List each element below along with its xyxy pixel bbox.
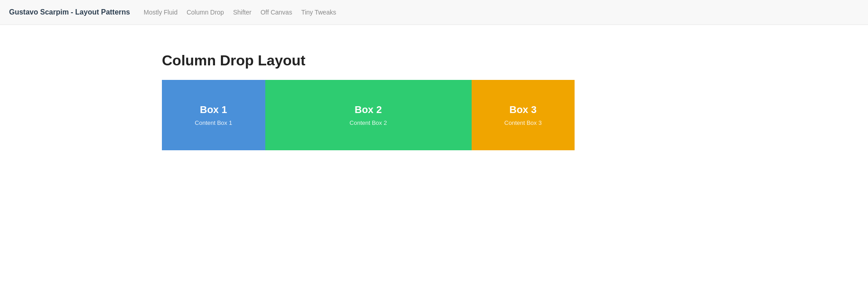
navbar-nav: Mostly Fluid Column Drop Shifter Off Can…	[144, 8, 336, 16]
box-1-title: Box 1	[200, 104, 227, 116]
box-1-content: Content Box 1	[195, 119, 232, 126]
nav-link-column-drop[interactable]: Column Drop	[186, 9, 224, 16]
nav-link-shifter[interactable]: Shifter	[233, 9, 251, 16]
box-2-title: Box 2	[355, 104, 382, 116]
nav-item-mostly-fluid[interactable]: Mostly Fluid	[144, 8, 178, 16]
box-1: Box 1 Content Box 1	[162, 80, 265, 150]
nav-item-off-canvas[interactable]: Off Canvas	[260, 8, 292, 16]
navbar-brand: Gustavo Scarpim - Layout Patterns	[9, 8, 130, 16]
navbar: Gustavo Scarpim - Layout Patterns Mostly…	[0, 0, 868, 25]
nav-item-tiny-tweaks[interactable]: Tiny Tweaks	[301, 8, 336, 16]
column-drop-container: Box 1 Content Box 1 Box 2 Content Box 2 …	[162, 80, 575, 150]
nav-link-off-canvas[interactable]: Off Canvas	[260, 9, 292, 16]
box-2-content: Content Box 2	[350, 119, 387, 126]
main-content: Column Drop Layout Box 1 Content Box 1 B…	[153, 25, 715, 168]
nav-item-column-drop[interactable]: Column Drop	[186, 8, 224, 16]
box-3-title: Box 3	[509, 104, 536, 116]
box-3: Box 3 Content Box 3	[472, 80, 575, 150]
box-2: Box 2 Content Box 2	[265, 80, 472, 150]
nav-link-tiny-tweaks[interactable]: Tiny Tweaks	[301, 9, 336, 16]
nav-item-shifter[interactable]: Shifter	[233, 8, 251, 16]
page-title: Column Drop Layout	[162, 52, 706, 69]
nav-link-mostly-fluid[interactable]: Mostly Fluid	[144, 9, 178, 16]
box-3-content: Content Box 3	[504, 119, 541, 126]
